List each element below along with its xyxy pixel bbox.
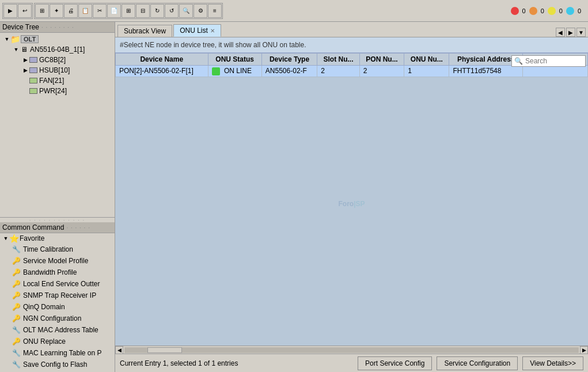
favorite-label: Favorite xyxy=(20,234,44,242)
search-input[interactable] xyxy=(525,57,583,65)
foro-text: Foro xyxy=(338,200,354,208)
toolbar-btn-11[interactable]: ↻ xyxy=(150,4,164,18)
toolbar-group-1: ▶ ↩ xyxy=(2,3,33,19)
tab-nav-menu[interactable]: ▼ xyxy=(576,28,586,37)
col-onu-num[interactable]: ONU Nu... xyxy=(404,54,449,66)
tree-item-gc8b[interactable]: ▶ GC8B[2] xyxy=(1,55,113,65)
cmd-local-end-service[interactable]: 🔑 Local End Service Outter xyxy=(0,278,115,290)
key-icon-service-model: 🔑 xyxy=(12,256,21,265)
scroll-thumb[interactable] xyxy=(147,347,182,353)
left-panel: Device Tree · · · · · · · · ▼ 📁 OLT ▼ 🖥 … xyxy=(0,22,115,372)
search-bar: 🔍 xyxy=(511,55,586,67)
key-icon-onu-replace: 🔑 xyxy=(12,337,21,346)
col-pon-num[interactable]: PON Nu... xyxy=(359,54,404,66)
tree-item-an5516[interactable]: ▼ 🖥 AN5516-04B_1[1] xyxy=(1,44,113,55)
toolbar-btn-10[interactable]: ⊟ xyxy=(136,4,150,18)
status-count-blue: 0 xyxy=(578,7,581,14)
tab-bar: Subrack View ONU List ✕ ◀ ▶ ▼ xyxy=(115,22,588,37)
tree-item-olt[interactable]: ▼ 📁 OLT xyxy=(1,34,113,44)
folder-icon-olt: 📁 xyxy=(10,35,20,44)
tree-toggle-hsub[interactable]: ▶ xyxy=(22,67,29,74)
port-service-config-button[interactable]: Port Service Config xyxy=(358,356,432,370)
service-configuration-button[interactable]: Service Configuration xyxy=(437,356,518,370)
toolbar-btn-8[interactable]: 📄 xyxy=(107,4,121,18)
tab-close-onu[interactable]: ✕ xyxy=(210,28,215,34)
tab-nav-next[interactable]: ▶ xyxy=(566,28,575,37)
key-icon-snmp: 🔑 xyxy=(12,291,21,300)
tab-onu-list[interactable]: ONU List ✕ xyxy=(173,24,221,37)
wrench-icon-mac-learning: 🔧 xyxy=(12,348,21,358)
tree-label-fan: FAN[21] xyxy=(39,77,64,85)
cmd-service-model[interactable]: 🔑 Service Model Profile xyxy=(0,255,115,267)
cmd-ngn-config[interactable]: 🔑 NGN Configuration xyxy=(0,313,115,324)
toolbar-btn-1[interactable]: ▶ xyxy=(3,4,17,18)
tab-nav-prev[interactable]: ◀ xyxy=(556,28,565,37)
cmd-label-olt-mac: OLT MAC Address Table xyxy=(23,326,98,334)
cmd-qinq-domain[interactable]: 🔑 QinQ Domain xyxy=(0,301,115,313)
toolbar-btn-13[interactable]: 🔍 xyxy=(179,4,193,18)
content-notice: #Select NE node in device tree, it will … xyxy=(115,37,588,53)
toolbar-btn-5[interactable]: 🖨 xyxy=(64,4,78,18)
toolbar-btn-2[interactable]: ↩ xyxy=(18,4,32,18)
tab-subrack-view[interactable]: Subrack View xyxy=(117,25,172,37)
col-slot-num[interactable]: Slot Nu... xyxy=(317,54,360,66)
resize-handle[interactable]: · · · · · · · · · · · · xyxy=(0,218,115,222)
favorite-item[interactable]: ▼ ⭐ Favorite xyxy=(0,233,115,244)
bottom-bar: Current Entry 1, selected 1 of 1 entries… xyxy=(115,354,588,372)
wrench-icon-save-config: 🔧 xyxy=(12,360,21,369)
view-details-button[interactable]: View Details>> xyxy=(522,356,583,370)
toolbar-btn-9[interactable]: ⊞ xyxy=(122,4,135,18)
scroll-left-btn[interactable]: ◀ xyxy=(115,346,123,354)
toolbar-btn-4[interactable]: ✦ xyxy=(50,4,63,18)
tree-toggle-olt[interactable]: ▼ xyxy=(3,36,10,43)
cmd-olt-mac[interactable]: 🔧 OLT MAC Address Table xyxy=(0,324,115,336)
tree-label-pwr: PWR[24] xyxy=(39,87,67,95)
toolbar-btn-6[interactable]: 📋 xyxy=(78,4,92,18)
cmd-snmp-trap[interactable]: 🔑 SNMP Trap Receiver IP xyxy=(0,290,115,301)
scroll-right-btn[interactable]: ▶ xyxy=(580,346,588,354)
olt-badge[interactable]: OLT xyxy=(21,35,39,43)
cell-physical-addr: FHTT11d57548 xyxy=(449,66,523,77)
tree-item-fan[interactable]: FAN[21] xyxy=(1,75,113,86)
tree-toggle-fan[interactable] xyxy=(22,77,29,84)
wrench-icon-olt-mac: 🔧 xyxy=(12,325,21,335)
cmd-label-qinq: QinQ Domain xyxy=(23,303,65,311)
content-area: #Select NE node in device tree, it will … xyxy=(115,37,588,354)
col-device-type[interactable]: Device Type xyxy=(261,54,317,66)
status-count-orange: 0 xyxy=(541,7,544,14)
toolbar-btn-3[interactable]: ⊞ xyxy=(35,4,49,18)
tree-toggle-gc8b[interactable]: ▶ xyxy=(22,56,29,63)
card-icon-fan xyxy=(29,76,38,85)
toolbar-btn-12[interactable]: ↺ xyxy=(165,4,179,18)
key-icon-bandwidth: 🔑 xyxy=(12,268,21,277)
cell-onu-num: 1 xyxy=(404,66,449,77)
status-indicators: 0 0 0 0 xyxy=(511,7,586,15)
cell-pon-num: 2 xyxy=(359,66,404,77)
cmd-time-calibration[interactable]: 🔧 Time Calibration xyxy=(0,244,115,255)
table-row[interactable]: PON[2]-AN5506-02-F[1] ON LINE AN5506-02-… xyxy=(116,66,588,77)
col-onu-status[interactable]: ONU Status xyxy=(208,54,261,66)
tree-item-pwr[interactable]: PWR[24] xyxy=(1,86,113,96)
status-dot-red xyxy=(511,7,519,15)
col-device-name[interactable]: Device Name xyxy=(116,54,208,66)
tree-item-hsub[interactable]: ▶ HSUB[10] xyxy=(1,65,113,75)
toolbar-btn-15[interactable]: ≡ xyxy=(208,4,222,18)
toolbar-btn-7[interactable]: ✂ xyxy=(93,4,107,18)
scroll-track[interactable] xyxy=(124,347,579,353)
device-tree: Device Tree · · · · · · · · ▼ 📁 OLT ▼ 🖥 … xyxy=(0,22,115,218)
tree-toggle-an5516[interactable]: ▼ xyxy=(13,46,20,53)
horizontal-scrollbar[interactable]: ◀ ▶ xyxy=(115,346,588,354)
key-icon-qinq: 🔑 xyxy=(12,302,21,312)
tree-toggle-pwr[interactable] xyxy=(22,88,29,94)
card-icon-pwr xyxy=(29,86,38,96)
tree-toggle-favorite[interactable]: ▼ xyxy=(2,235,9,242)
cmd-mac-learning[interactable]: 🔧 MAC Learning Table on P xyxy=(0,347,115,359)
cmd-save-config[interactable]: 🔧 Save Config to Flash xyxy=(0,359,115,370)
toolbar-btn-14[interactable]: ⚙ xyxy=(194,4,207,18)
card-icon-gc8b xyxy=(29,55,38,64)
cmd-bandwidth-profile[interactable]: 🔑 Bandwidth Profile xyxy=(0,267,115,278)
tree-label-gc8b: GC8B[2] xyxy=(39,56,66,64)
device-tree-dots: · · · · · · · · xyxy=(41,24,74,31)
cmd-onu-replace[interactable]: 🔑 ONU Replace xyxy=(0,336,115,347)
cmd-label-mac-learning: MAC Learning Table on P xyxy=(23,349,102,357)
